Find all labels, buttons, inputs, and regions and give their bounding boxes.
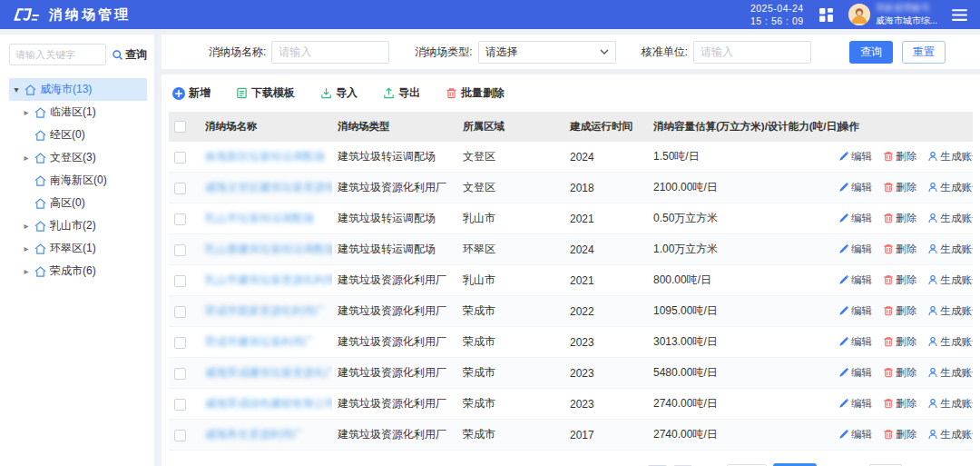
row-checkbox[interactable] xyxy=(174,152,186,164)
site-name-filter-input[interactable] xyxy=(271,41,389,64)
table-header-row: 消纳场名称 消纳场类型 所属区域 建成运行时间 消纳容量估算(万立方米)/设计能… xyxy=(169,112,973,142)
export-button[interactable]: 导出 xyxy=(383,85,420,101)
year-cell: 2024 xyxy=(564,234,648,265)
edit-button[interactable]: 编辑 xyxy=(838,366,872,380)
person-icon xyxy=(927,367,938,378)
menu-hamburger-icon[interactable] xyxy=(952,8,967,22)
caret-right-icon[interactable]: ▸ xyxy=(22,221,31,231)
delete-button[interactable]: 删除 xyxy=(883,304,916,318)
row-checkbox[interactable] xyxy=(174,368,186,380)
home-icon xyxy=(34,266,46,277)
caret-right-icon[interactable]: ▸ xyxy=(22,243,31,253)
generate-account-button[interactable]: 生成账号 xyxy=(927,397,973,411)
generate-account-button[interactable]: 生成账号 xyxy=(927,181,973,194)
user-account[interactable]: 市政管理账号 威海市城市综... xyxy=(848,2,937,27)
row-checkbox[interactable] xyxy=(174,337,186,349)
trash-icon xyxy=(883,336,894,347)
caret-right-icon[interactable]: ▸ xyxy=(22,153,31,163)
row-checkbox[interactable] xyxy=(174,306,186,318)
edit-button[interactable]: 编辑 xyxy=(838,273,872,287)
edit-button[interactable]: 编辑 xyxy=(838,397,872,411)
sidebar-tree-item[interactable]: ▸ 乳山市(2) xyxy=(9,214,147,237)
sidebar-tree-item[interactable]: ▸ 高区(0) xyxy=(9,192,147,214)
approval-unit-filter-input[interactable] xyxy=(693,41,811,64)
delete-button[interactable]: 删除 xyxy=(883,335,916,349)
site-name-link[interactable]: 威海荣成绿色建材有限公司 xyxy=(205,397,332,410)
select-all-checkbox[interactable] xyxy=(174,121,186,133)
delete-button[interactable]: 删除 xyxy=(883,243,916,256)
pencil-icon xyxy=(838,151,849,162)
row-checkbox[interactable] xyxy=(174,430,186,441)
site-name-link[interactable]: 威海再生资源利用厂 xyxy=(205,428,303,441)
caret-right-icon[interactable]: ▸ xyxy=(22,107,31,117)
edit-button[interactable]: 编辑 xyxy=(838,304,872,318)
sidebar-tree-item[interactable]: ▸ 经区(0) xyxy=(9,124,147,146)
row-checkbox[interactable] xyxy=(174,399,186,411)
keyword-search-input[interactable] xyxy=(9,44,106,65)
generate-account-button[interactable]: 生成账号 xyxy=(927,212,973,225)
query-button[interactable]: 查询 xyxy=(849,41,893,64)
tree-item-label: 威海市(13) xyxy=(40,82,92,97)
site-name-link[interactable]: 威海荣成建筑垃圾资源化厂 xyxy=(205,366,332,379)
row-checkbox[interactable] xyxy=(174,183,186,194)
sidebar-tree-item[interactable]: ▸ 环翠区(1) xyxy=(9,237,147,260)
download-template-button[interactable]: 下载模板 xyxy=(236,85,295,101)
generate-account-button[interactable]: 生成账号 xyxy=(927,243,973,256)
site-name-link[interactable]: 乳山市垃圾转运调配场 xyxy=(205,212,314,224)
region-cell: 荣成市 xyxy=(457,327,564,358)
site-name-link[interactable]: 威海文登区建筑垃圾资源化利用厂 xyxy=(205,181,332,193)
delete-button[interactable]: 删除 xyxy=(883,428,916,441)
trash-icon xyxy=(883,243,894,254)
pencil-icon xyxy=(838,213,849,223)
template-doc-icon xyxy=(236,87,248,99)
generate-account-button[interactable]: 生成账号 xyxy=(927,335,973,349)
generate-account-button[interactable]: 生成账号 xyxy=(927,366,973,380)
date-text: 2025-04-24 xyxy=(750,2,804,15)
caret-down-icon[interactable]: ▾ xyxy=(12,84,21,94)
sidebar-tree-item[interactable]: ▸ 临港区(1) xyxy=(9,101,147,124)
import-button[interactable]: 导入 xyxy=(320,85,358,101)
generate-account-button[interactable]: 生成账号 xyxy=(927,273,973,287)
sidebar-tree-item[interactable]: ▸ 南海新区(0) xyxy=(9,169,147,192)
edit-button[interactable]: 编辑 xyxy=(838,335,872,349)
caret-right-icon[interactable]: ▸ xyxy=(22,266,31,276)
delete-button[interactable]: 删除 xyxy=(883,366,916,380)
home-icon xyxy=(34,175,46,186)
row-checkbox[interactable] xyxy=(174,275,186,287)
edit-button[interactable]: 编辑 xyxy=(838,150,872,164)
site-name-link[interactable]: 乳山寨建筑垃圾转运调配场 xyxy=(205,243,332,255)
edit-button[interactable]: 编辑 xyxy=(838,181,872,194)
generate-account-button[interactable]: 生成账号 xyxy=(927,304,973,318)
delete-button[interactable]: 删除 xyxy=(883,212,916,225)
delete-button[interactable]: 删除 xyxy=(883,150,916,164)
add-button[interactable]: 新增 xyxy=(172,85,211,101)
site-type-select[interactable]: 请选择 xyxy=(478,41,616,64)
site-name-link[interactable]: 荣成市固废资源化利用厂 xyxy=(205,304,325,317)
site-type-cell: 建筑垃圾资源化利用厂 xyxy=(332,327,457,358)
tree-item-label: 高区(0) xyxy=(50,195,85,211)
reset-button[interactable]: 重置 xyxy=(902,41,946,64)
edit-button[interactable]: 编辑 xyxy=(838,243,872,256)
sidebar-tree-item[interactable]: ▸ 荣成市(6) xyxy=(9,260,147,283)
generate-account-button[interactable]: 生成账号 xyxy=(927,428,973,441)
generate-account-button[interactable]: 生成账号 xyxy=(927,150,973,164)
site-name-link[interactable]: 乳山市建筑垃圾资源化利用厂 xyxy=(205,273,332,286)
row-checkbox[interactable] xyxy=(174,244,186,256)
sidebar-search-button[interactable]: 查询 xyxy=(112,47,147,63)
pencil-icon xyxy=(838,243,849,254)
delete-button[interactable]: 删除 xyxy=(883,397,916,411)
sidebar-tree-item[interactable]: ▸ 文登区(3) xyxy=(9,146,147,169)
delete-button[interactable]: 删除 xyxy=(883,273,916,287)
edit-button[interactable]: 编辑 xyxy=(838,212,872,225)
pencil-icon xyxy=(838,336,849,347)
row-checkbox[interactable] xyxy=(174,213,186,225)
delete-button[interactable]: 删除 xyxy=(883,181,916,194)
apps-grid-icon[interactable] xyxy=(818,7,834,23)
site-name-link[interactable]: 南海新区垃圾转运调配场 xyxy=(205,150,325,163)
tree-item-root-selected[interactable]: ▾ 威海市(13) xyxy=(9,78,147,101)
approval-unit-filter-label: 核准单位: xyxy=(642,45,688,60)
export-icon xyxy=(383,87,395,99)
edit-button[interactable]: 编辑 xyxy=(838,428,872,441)
batch-delete-button[interactable]: 批量删除 xyxy=(446,85,505,101)
site-name-link[interactable]: 荣成市建筑垃圾利用厂 xyxy=(205,335,314,348)
